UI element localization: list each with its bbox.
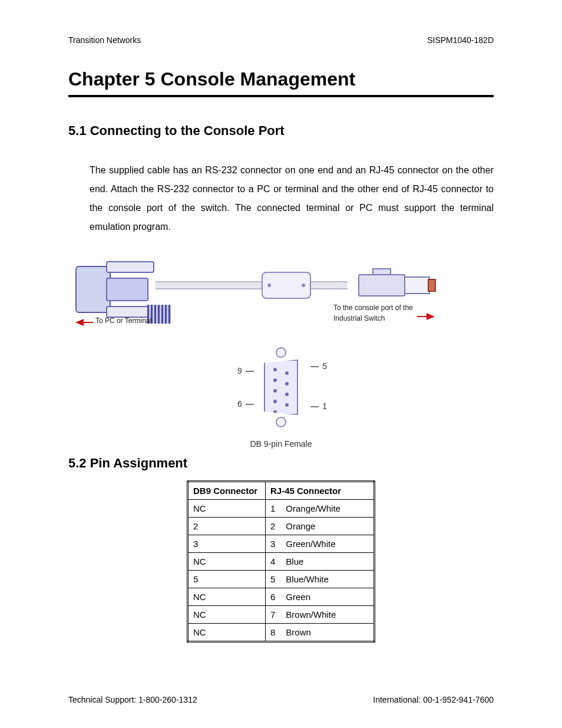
table-header-row: DB9 Connector RJ-45 Connector	[188, 482, 375, 500]
cell-rj45-color: Green/White	[286, 539, 335, 549]
screw-icon	[276, 417, 286, 427]
cell-rj45: 8Brown	[266, 624, 375, 642]
cell-rj45: 4Blue	[266, 553, 375, 571]
pin-label-6: 6	[237, 399, 242, 409]
cell-db9: 3	[188, 535, 266, 553]
cell-rj45: 5Blue/White	[266, 571, 375, 588]
running-header: Transition Networks SISPM1040-182D	[68, 35, 494, 45]
cell-rj45-color: Brown	[286, 627, 311, 637]
db9-face-caption: DB 9-pin Female	[216, 439, 346, 449]
cell-rj45: 6Green	[266, 588, 375, 606]
rj45-connector-icon	[358, 272, 435, 299]
pin-tick-icon	[246, 371, 254, 372]
footer-left: Technical Support: 1-800-260-1312	[68, 695, 197, 704]
arrow-left-line-icon	[82, 322, 93, 323]
section-5-1-heading: 5.1 Connecting to the Console Port	[68, 123, 494, 139]
th-rj45: RJ-45 Connector	[266, 482, 375, 500]
cable-line-icon	[156, 281, 348, 289]
chapter-rule	[68, 95, 494, 97]
cell-rj45-num: 1	[270, 503, 275, 513]
cell-rj45-num: 5	[270, 574, 275, 584]
pin-label-5: 5	[322, 361, 327, 371]
cell-rj45-num: 6	[270, 592, 275, 602]
header-right: SISPM1040-182D	[427, 35, 494, 45]
cell-db9: 2	[188, 518, 266, 535]
cell-rj45-num: 4	[270, 556, 275, 566]
cable-label-left: To PC or Terminal	[95, 317, 151, 325]
db9-connector-icon	[75, 254, 158, 325]
ferrite-core-icon	[262, 272, 311, 299]
cell-rj45-num: 8	[270, 627, 275, 637]
cell-db9: NC	[188, 500, 266, 518]
header-left: Transition Networks	[68, 35, 141, 45]
cell-rj45-color: Blue	[286, 556, 303, 566]
cable-diagram: To PC or Terminal To the console port of…	[68, 251, 494, 333]
pin-label-9: 9	[237, 366, 242, 375]
footer-right: International: 00-1-952-941-7600	[373, 695, 494, 704]
cell-rj45-color: Orange/White	[286, 503, 340, 513]
chapter-title: Chapter 5 Console Management	[68, 68, 494, 90]
pin-tick-icon	[310, 406, 319, 407]
table-row: NC4Blue	[188, 553, 375, 571]
cell-rj45-num: 3	[270, 539, 275, 549]
cell-db9: 5	[188, 571, 266, 588]
page-footer: Technical Support: 1-800-260-1312 Intern…	[68, 695, 494, 704]
table-row: NC1Orange/White	[188, 500, 375, 518]
cell-rj45-num: 2	[270, 521, 275, 531]
cell-db9: NC	[188, 588, 266, 606]
section-5-2-heading: 5.2 Pin Assignment	[68, 456, 494, 471]
screw-icon	[276, 347, 286, 358]
cell-rj45: 3Green/White	[266, 535, 375, 553]
cell-rj45: 1Orange/White	[266, 500, 375, 518]
db9-face-shell-icon	[264, 360, 298, 415]
cell-rj45: 7Brown/White	[266, 606, 375, 624]
paragraph-1: The supplied cable has an RS-232 connect…	[90, 161, 494, 236]
pin-tick-icon	[310, 366, 319, 367]
pin-table-wrap: DB9 Connector RJ-45 Connector NC1Orange/…	[68, 480, 494, 643]
cable-label-right: To the console port of the Industrial Sw…	[333, 302, 416, 324]
page: Transition Networks SISPM1040-182D Chapt…	[0, 0, 562, 728]
table-row: NC6Green	[188, 588, 375, 606]
arrow-right-icon	[427, 313, 435, 320]
table-row: 33Green/White	[188, 535, 375, 553]
table-row: 22Orange	[188, 518, 375, 535]
db9-face-diagram: 9 6 5 1 DB 9-pin Female	[216, 344, 346, 449]
cell-db9: NC	[188, 553, 266, 571]
cell-rj45-color: Blue/White	[286, 574, 329, 584]
pin-assignment-table: DB9 Connector RJ-45 Connector NC1Orange/…	[187, 480, 375, 643]
pin-tick-icon	[246, 404, 254, 405]
table-row: 55Blue/White	[188, 571, 375, 588]
cell-rj45: 2Orange	[266, 518, 375, 535]
cell-db9: NC	[188, 606, 266, 624]
table-row: NC7Brown/White	[188, 606, 375, 624]
cell-rj45-num: 7	[270, 610, 275, 620]
cell-db9: NC	[188, 624, 266, 642]
cell-rj45-color: Brown/White	[286, 610, 336, 620]
th-db9: DB9 Connector	[188, 482, 266, 500]
cell-rj45-color: Orange	[286, 521, 315, 531]
cell-rj45-color: Green	[286, 592, 310, 602]
pin-label-1: 1	[322, 401, 327, 411]
table-row: NC8Brown	[188, 624, 375, 642]
